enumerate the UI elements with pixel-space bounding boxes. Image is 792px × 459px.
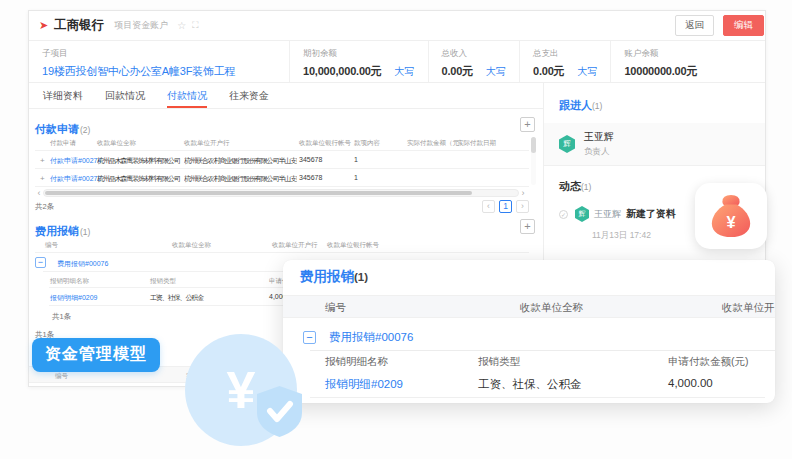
overlay-col-detail-type: 报销类型 <box>478 355 520 369</box>
tab-current-funds[interactable]: 往来资金 <box>229 83 269 108</box>
expense-section-title: 费用报销 <box>35 225 79 237</box>
horizontal-scrollbar[interactable]: ‹ › <box>35 188 527 198</box>
outcome-uppercase-link[interactable]: 大写 <box>577 65 597 79</box>
payment-content-cell: 1 <box>354 174 358 181</box>
back-button[interactable]: 返回 <box>675 15 714 36</box>
account-type-tag: 项目资金账户 <box>114 19 168 32</box>
expense-section-count: (1) <box>80 227 90 237</box>
add-payment-request-button[interactable]: + <box>520 117 535 132</box>
opening-uppercase-link[interactable]: 大写 <box>395 65 415 79</box>
overlay-divider <box>310 350 775 351</box>
payment-section-count: (2) <box>80 125 90 135</box>
overlay-col-detail-amount: 申请付款金额(元) <box>668 355 749 369</box>
payee-name-cell: 杭州晶木森鹰装饰材料有限公司 <box>97 174 183 184</box>
table-divider <box>35 252 529 253</box>
vertical-scrollbar[interactable] <box>531 137 536 185</box>
follower-role: 负责人 <box>584 146 614 158</box>
follower-item[interactable]: 辉 王亚辉 负责人 <box>544 123 765 166</box>
overlay-col-id: 编号 <box>325 301 346 315</box>
followers-count: (1) <box>592 101 602 111</box>
add-expense-button[interactable]: + <box>520 219 535 234</box>
activity-user: 王亚辉 <box>594 208 621 221</box>
tab-bar: 详细资料 回款情况 付款情况 往来资金 <box>29 83 543 109</box>
col-payee-name: 收款单位全称 <box>97 139 136 148</box>
followers-title: 跟进人 <box>559 99 592 111</box>
expand-icon[interactable]: ⛶ <box>192 20 198 31</box>
overlay-col-payee-bank: 收款单位开户行 <box>722 301 775 315</box>
star-icon[interactable]: ☆ <box>177 20 186 31</box>
scroll-right-icon[interactable]: › <box>519 188 527 198</box>
payment-total-count: 共2条 <box>35 202 54 212</box>
subproject-label: 子项目 <box>42 48 276 60</box>
payee-account-cell: 345678 <box>299 174 322 181</box>
col-detail-type: 报销类型 <box>150 277 176 286</box>
overlay-detail-link[interactable]: 报销明细#0209 <box>325 377 403 392</box>
field-total-outcome: 总支出 0.00元 大写 <box>519 41 610 82</box>
activity-title: 动态 <box>559 180 581 192</box>
field-subproject: 子项目 19楼西投创智中心办公室A幢3F装饰工程 <box>29 41 289 82</box>
activity-action: 新建了资料 <box>626 207 676 221</box>
expand-row-icon[interactable]: + <box>40 156 45 165</box>
payment-request-link[interactable]: 付款申请#00274 <box>50 156 101 166</box>
payment-request-link[interactable]: 付款申请#00272 <box>50 174 101 184</box>
next-page-button[interactable]: › <box>516 200 529 213</box>
tab-details[interactable]: 详细资料 <box>43 83 83 108</box>
overlay-section-title: 费用报销(1) <box>300 268 368 286</box>
col-payment-content: 款项内容 <box>354 139 380 148</box>
collapse-row-icon[interactable]: − <box>35 257 46 268</box>
detail-type-cell: 工资、社保、公积金 <box>150 293 203 303</box>
field-opening-balance: 期初余额 10,000,000.00元 大写 <box>289 41 428 82</box>
opening-value: 10,000,000.00元 <box>303 64 382 79</box>
outcome-value: 0.00元 <box>533 64 564 79</box>
scroll-left-icon[interactable]: ‹ <box>35 188 43 198</box>
expense-detail-total-count: 共1条 <box>52 312 71 322</box>
overlay-table-header: 编号 收款单位全称 收款单位开户行 <box>283 295 775 318</box>
money-bag-app-icon[interactable]: ¥ <box>695 183 767 249</box>
income-uppercase-link[interactable]: 大写 <box>486 65 506 79</box>
col-actual-date: 实际付款日期 <box>457 139 496 148</box>
edit-button[interactable]: 编辑 <box>723 15 764 36</box>
expense-record-link[interactable]: 费用报销#00076 <box>57 259 108 269</box>
tab-collections[interactable]: 回款情况 <box>105 83 145 108</box>
scrollbar-track[interactable] <box>43 189 519 197</box>
col-payee-bank: 收款单位开户行 <box>184 139 230 148</box>
field-account-balance: 账户余额 10000000.00元 <box>610 41 710 82</box>
record-arrow-icon: ➤ <box>39 19 48 32</box>
col-expense-id: 编号 <box>45 241 58 250</box>
overlay-title-text: 费用报销 <box>300 269 354 284</box>
activity-status-icon: ✓ <box>559 210 568 219</box>
payee-bank-cell: 杭州联合农村商业银行股份有限公司半山支行 <box>184 156 297 166</box>
income-value: 0.00元 <box>442 64 473 79</box>
opening-label: 期初余额 <box>303 48 415 60</box>
col-payee-account: 收款单位银行帐号 <box>299 139 351 148</box>
detail-record-link[interactable]: 报销明细#0209 <box>50 293 97 303</box>
table-divider <box>35 150 529 151</box>
field-total-income: 总收入 0.00元 大写 <box>428 41 519 82</box>
prev-page-button[interactable]: ‹ <box>482 200 495 213</box>
payee-account-cell: 345678 <box>299 156 322 163</box>
overlay-divider <box>310 397 765 398</box>
tab-payments[interactable]: 付款情况 <box>167 83 207 108</box>
activity-count: (1) <box>581 182 591 192</box>
payee-name-cell: 杭州晶木森鹰装饰材料有限公司 <box>97 156 183 166</box>
table-divider <box>35 186 529 187</box>
expand-row-icon[interactable]: + <box>40 174 45 183</box>
activity-avatar: 辉 <box>575 206 589 222</box>
overlay-expense-link[interactable]: 费用报销#00076 <box>329 330 413 345</box>
expense-section-header: 费用报销(1) <box>35 221 90 239</box>
overlay-collapse-icon[interactable]: − <box>303 331 316 344</box>
overlay-detail-amount: 4,000.00 <box>668 377 713 389</box>
subproject-link[interactable]: 19楼西投创智中心办公室A幢3F装饰工程 <box>42 64 235 79</box>
payment-content-cell: 1 <box>354 156 358 163</box>
col-expense-payee-name: 收款单位全称 <box>172 241 211 250</box>
current-page-button[interactable]: 1 <box>499 200 512 213</box>
scrollbar-thumb[interactable] <box>45 191 472 195</box>
payment-section-title: 付款申请 <box>35 123 79 135</box>
summary-strip: 子项目 19楼西投创智中心办公室A幢3F装饰工程 期初余额 10,000,000… <box>29 41 765 83</box>
col-payment-request: 付款申请 <box>50 139 76 148</box>
page-title: 工商银行 <box>54 17 104 34</box>
col-expense-payee-bank: 收款单位开户行 <box>272 241 318 250</box>
model-badge: 资金管理模型 <box>32 338 160 372</box>
payee-bank-cell: 杭州联合农村商业银行股份有限公司半山支行 <box>184 174 297 184</box>
screen: ➤ 工商银行 项目资金账户 ☆ ⛶ 返回 编辑 子项目 19楼西投创智中心办公室… <box>0 0 792 459</box>
